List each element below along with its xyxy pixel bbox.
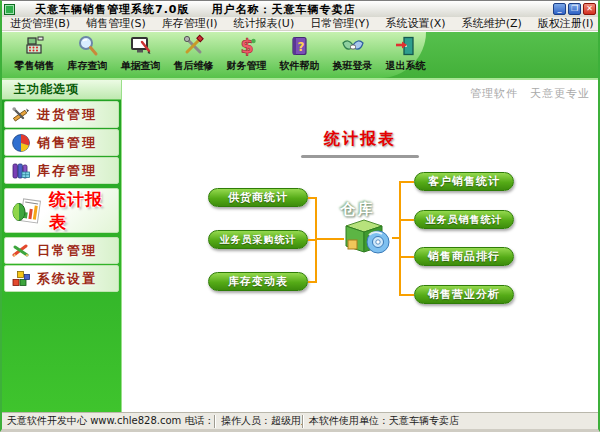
node-customer-sales-stats[interactable]: 客户销售统计 (414, 172, 514, 191)
settings-cubes-icon (11, 269, 31, 289)
status-developer-info: 天意软件开发中心 www.chle828.com 电话：0635-7987905… (2, 414, 214, 428)
connector-right-stub-1 (401, 181, 414, 183)
restore-button[interactable]: ❐ (568, 3, 581, 15)
app-window: 天意车辆销售管理系统7.0版 用户名称：天意车辆专卖店 _ ❐ ✕ 进货管理(B… (0, 0, 600, 432)
page-title: 统计报表 (324, 129, 396, 150)
connector-left-stub-2 (308, 239, 315, 241)
help-book-icon: ? (288, 34, 312, 58)
toolbar: 零售销售 库存查询 单据查询 (2, 31, 598, 80)
node-stock-change-table[interactable]: 库存变动表 (208, 272, 308, 291)
toolbar-finance[interactable]: $ 财务管理 (220, 34, 273, 73)
menu-bar: 进货管理(B) 销售管理(S) 库存管理(I) 统计报表(U) 日常管理(Y) … (2, 17, 598, 31)
node-buyer-purchase-stats[interactable]: 业务员采购统计 (208, 230, 308, 249)
node-sales-analysis[interactable]: 销售营业分析 (414, 285, 514, 304)
minimize-button[interactable]: _ (553, 3, 566, 15)
sidebar-item-sales[interactable]: 销售管理 (4, 129, 119, 156)
toolbar-retail-sale[interactable]: 零售销售 (8, 34, 61, 73)
menu-purchase[interactable]: 进货管理(B) (10, 16, 70, 31)
connector-left-trunk (315, 197, 317, 283)
sidebar-header: 主功能选项 (2, 80, 121, 100)
menu-sales[interactable]: 销售管理(S) (86, 16, 146, 31)
user-name-label: 用户名称：天意车辆专卖店 (212, 2, 356, 17)
sidebar-item-settings[interactable]: 系统设置 (4, 265, 119, 292)
window-controls: _ ❐ ✕ (553, 3, 596, 15)
node-salesman-sales-stats[interactable]: 业务员销售统计 (414, 210, 514, 229)
sidebar: 主功能选项 进货管理 销售管理 (2, 80, 122, 412)
title-bar: 天意车辆销售管理系统7.0版 用户名称：天意车辆专卖店 _ ❐ ✕ (2, 1, 598, 17)
sidebar-item-reports[interactable]: 统计报表 (4, 188, 119, 233)
sidebar-item-purchase[interactable]: 进货管理 (4, 101, 119, 128)
node-supplier-stats[interactable]: 供货商统计 (208, 188, 308, 207)
handshake-icon (341, 34, 365, 58)
purchase-icon (11, 105, 31, 125)
connector-left-stub-3 (308, 281, 315, 283)
warehouse-box-cd-icon (338, 216, 394, 254)
menu-inventory[interactable]: 库存管理(I) (162, 16, 218, 31)
toolbar-shift-login[interactable]: 换班登录 (326, 34, 379, 73)
cash-register-icon (23, 34, 47, 58)
connector-right-stub-3 (401, 256, 414, 258)
close-button[interactable]: ✕ (583, 3, 596, 15)
node-product-ranking[interactable]: 销售商品排行 (414, 247, 514, 266)
money-icon: $ (235, 34, 259, 58)
svg-text:?: ? (297, 40, 304, 54)
app-icon (4, 4, 15, 15)
svg-text:$: $ (240, 35, 253, 57)
connector-right-trunk (399, 181, 401, 296)
menu-maintenance[interactable]: 系统维护(Z) (462, 16, 522, 31)
menu-settings[interactable]: 系统设置(X) (386, 16, 446, 31)
content-area: 管理软件 天意更专业 统计报表 供货商统计 业务员采购统计 库存变动表 客户销售… (122, 80, 598, 412)
status-licensee: 本软件使用单位：天意车辆专卖店 (304, 414, 598, 428)
status-bar: 天意软件开发中心 www.chle828.com 电话：0635-7987905… (2, 412, 598, 429)
toolbar-help[interactable]: ? 软件帮助 (273, 34, 326, 73)
connector-right-stub-4 (401, 294, 414, 296)
inventory-books-icon (11, 161, 31, 181)
report-chart-icon (11, 195, 43, 227)
menu-reports[interactable]: 统计报表(U) (234, 16, 295, 31)
toolbar-exit-system[interactable]: 退出系统 (379, 34, 432, 73)
sidebar-item-daily[interactable]: 日常管理 (4, 237, 119, 264)
exit-door-icon (394, 34, 418, 58)
title-underline (301, 155, 419, 158)
sales-pie-icon (11, 133, 31, 153)
watermark-slogan: 管理软件 天意更专业 (470, 86, 590, 101)
daily-pencils-icon (11, 241, 31, 261)
connector-left-stub-1 (308, 197, 315, 199)
toolbar-after-sale-repair[interactable]: 售后维修 (167, 34, 220, 73)
window-title: 天意车辆销售管理系统7.0版 (35, 2, 190, 17)
toolbar-document-query[interactable]: 单据查询 (114, 34, 167, 73)
magnifier-icon (76, 34, 100, 58)
status-operator: 操作人员：超级用户 (216, 414, 302, 428)
sidebar-filler (2, 292, 121, 412)
menu-register[interactable]: 版权注册(I) (538, 16, 594, 31)
connector-right-stub-2 (401, 219, 414, 221)
toolbar-stock-query[interactable]: 库存查询 (61, 34, 114, 73)
main-area: 主功能选项 进货管理 销售管理 (2, 80, 598, 412)
menu-daily[interactable]: 日常管理(Y) (310, 16, 369, 31)
tools-icon (182, 34, 206, 58)
monitor-icon (129, 34, 153, 58)
sidebar-item-inventory[interactable]: 库存管理 (4, 157, 119, 184)
